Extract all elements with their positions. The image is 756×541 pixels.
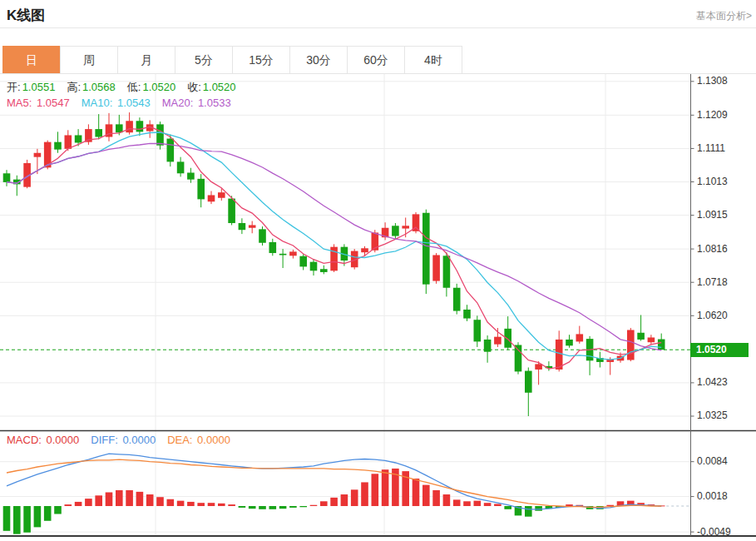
macd-bar [474, 501, 482, 506]
macd-bar [361, 482, 368, 506]
candle-body [484, 340, 492, 352]
macd-bar [85, 499, 92, 506]
candle-body [34, 153, 42, 157]
low-label: 低: [127, 81, 141, 93]
macd-bar [34, 506, 42, 527]
high-value: 1.0568 [82, 81, 116, 93]
ohlc-legend: 开:1.0551高:1.0568低:1.0520收:1.0520 [7, 80, 248, 95]
tab-5min[interactable]: 5分 [175, 46, 233, 74]
candle-body [95, 129, 102, 136]
macd-legend-label-0: MACD: [7, 434, 45, 446]
macd-bar [249, 506, 256, 509]
ma-legend-value-2: 1.0533 [198, 97, 231, 109]
macd-bar [279, 506, 287, 509]
candle-body [443, 256, 451, 287]
macd-bar [525, 506, 532, 517]
price-tick-label: 1.0718 [697, 276, 752, 288]
tab-30min[interactable]: 30分 [289, 46, 348, 74]
candle-body [177, 161, 185, 173]
candle-body [627, 330, 635, 360]
candle-body [75, 135, 82, 142]
tab-day[interactable]: 日 [2, 46, 61, 74]
candle-body [65, 135, 72, 148]
macd-bar [310, 505, 318, 506]
candle-body [494, 337, 502, 345]
macd-bar [177, 501, 185, 506]
price-tick-label: 1.1209 [697, 109, 752, 121]
candle-body [525, 371, 532, 393]
macd-bar [269, 506, 277, 509]
price-tick-label: 1.1013 [697, 176, 752, 187]
fundamental-analysis-link[interactable]: 基本面分析> [696, 9, 752, 23]
macd-bar [432, 490, 440, 506]
candle-body [320, 269, 328, 272]
candle-body [658, 340, 665, 350]
current-price-badge: 1.0520 [690, 343, 749, 357]
macd-bar [44, 506, 52, 521]
macd-bar [320, 501, 328, 506]
price-tick-label: 1.0915 [697, 209, 752, 221]
candle-body [279, 254, 287, 256]
tab-15min[interactable]: 15分 [232, 46, 290, 74]
candle-body [239, 223, 246, 230]
candle-body [299, 256, 307, 267]
price-tick-label: 1.0620 [697, 310, 752, 321]
macd-legend-value-1: 0.0000 [122, 434, 156, 446]
ma-legend-label-2: MA20: [162, 97, 196, 109]
candle-body [259, 229, 266, 242]
candle-body [504, 329, 511, 348]
macd-bar [136, 492, 144, 506]
macd-bar [299, 506, 307, 507]
macd-bar [106, 493, 113, 507]
macd-bar [566, 504, 573, 506]
macd-bar [3, 506, 11, 531]
macd-bar [54, 506, 62, 514]
candle-body [187, 172, 195, 179]
candle-body [392, 226, 399, 236]
candle-body [576, 334, 584, 341]
candle-body [453, 288, 461, 311]
macd-bar [65, 504, 72, 506]
price-tick-label: 1.0423 [697, 376, 752, 388]
macd-bar [289, 506, 297, 508]
tab-month[interactable]: 月 [117, 46, 175, 74]
macd-bar [23, 506, 31, 533]
macd-bar [453, 499, 461, 506]
macd-bar [95, 495, 102, 506]
macd-bar [239, 506, 246, 508]
macd-legend-value-2: 0.0000 [197, 434, 230, 446]
macd-tick-label: 0.0018 [697, 490, 752, 502]
page-title: K线图 [7, 6, 45, 25]
price-tick-label: 1.0325 [697, 409, 752, 421]
macd-bar [13, 506, 21, 534]
ma-legend-label-1: MA10: [82, 97, 116, 109]
ma-legend-value-0: 1.0547 [37, 97, 70, 109]
tab-4hour[interactable]: 4时 [404, 46, 462, 74]
macd-bar [422, 485, 430, 506]
macd-bar [351, 489, 358, 506]
macd-bar [126, 490, 133, 506]
high-label: 高: [67, 81, 81, 93]
tab-week[interactable]: 周 [60, 46, 118, 74]
price-tick-label: 1.1111 [697, 142, 752, 154]
candle-body [535, 364, 542, 370]
candle-body [156, 124, 164, 145]
close-label: 收: [187, 81, 201, 93]
candle-body [432, 255, 440, 280]
candle-body [218, 192, 225, 198]
candle-body [167, 139, 175, 162]
candle-body [269, 242, 277, 253]
candle-body [474, 320, 482, 341]
macd-bar [197, 503, 205, 506]
tabbar-underline [0, 73, 756, 74]
macd-bar [330, 498, 338, 506]
macd-bar [484, 503, 492, 506]
ma-legend-label-0: MA5: [7, 97, 35, 109]
open-value: 1.0551 [22, 81, 56, 93]
candle-body [556, 340, 563, 370]
macd-bar [156, 497, 164, 506]
macd-bar [382, 469, 389, 506]
tab-60min[interactable]: 60分 [347, 46, 405, 74]
candle-body [648, 337, 655, 342]
candle-body [54, 142, 62, 150]
